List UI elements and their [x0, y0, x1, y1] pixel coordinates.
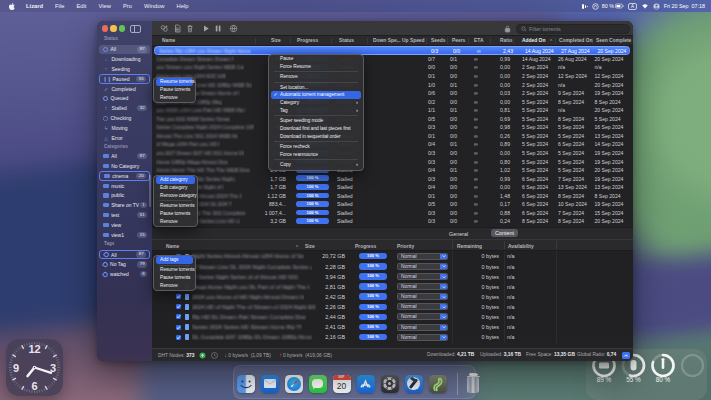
svg-text:A: A [631, 4, 634, 9]
svg-text:6: 6 [31, 380, 37, 392]
svg-text:12: 12 [28, 343, 40, 355]
svg-text:9: 9 [13, 362, 19, 374]
